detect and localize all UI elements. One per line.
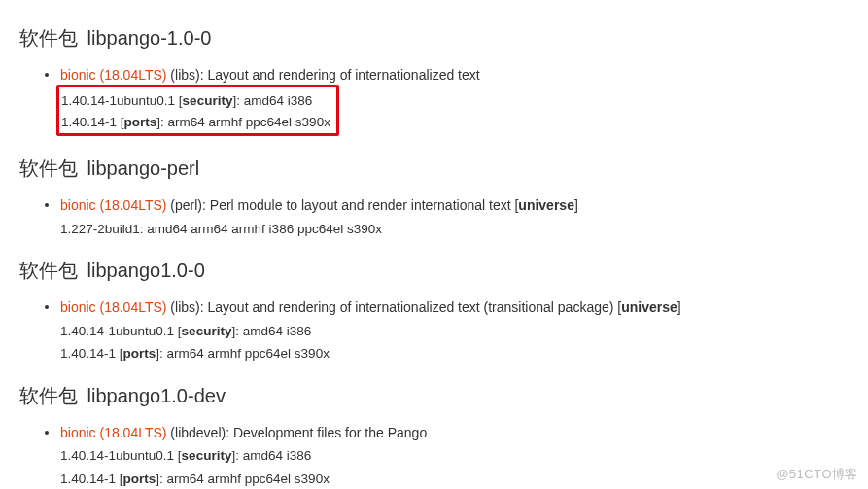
section-label: (libdevel) xyxy=(170,425,226,440)
package-name: libpango-1.0-0 xyxy=(87,27,212,49)
release-line: bionic (18.04LTS) (libs): Layout and ren… xyxy=(60,65,849,87)
package-description: Layout and rendering of internationalize… xyxy=(207,299,613,315)
package-details-list: bionic (18.04LTS) (perl): Perl module to… xyxy=(19,195,849,240)
section-label: (perl) xyxy=(170,197,202,213)
package-details-list: bionic (18.04LTS) (libdevel): Developmen… xyxy=(19,423,849,489)
package-heading: 软件包 libpango1.0-dev xyxy=(19,383,849,409)
package-name: libpango1.0-dev xyxy=(87,385,226,406)
package-heading: 软件包 libpango-perl xyxy=(19,156,849,182)
release-line: bionic (18.04LTS) (perl): Perl module to… xyxy=(60,195,849,217)
version-line: 1.40.14-1ubuntu0.1 [security]: amd64 i38… xyxy=(60,322,849,343)
package-details-list: bionic (18.04LTS) (libs): Layout and ren… xyxy=(19,297,849,365)
version-line: 1.227-2build1: amd64 arm64 armhf i386 pp… xyxy=(60,220,849,241)
package-details-list: bionic (18.04LTS) (libs): Layout and ren… xyxy=(19,65,849,138)
highlighted-block: 1.40.14-1ubuntu0.1 [security]: amd64 i38… xyxy=(60,87,849,138)
package-heading: 软件包 libpango-1.0-0 xyxy=(19,25,849,52)
heading-prefix: 软件包 xyxy=(19,385,78,406)
package-description: Development files for the Pango xyxy=(233,425,427,440)
release-link[interactable]: bionic (18.04LTS) xyxy=(60,67,166,83)
release-link[interactable]: bionic (18.04LTS) xyxy=(60,299,166,315)
package-description: Perl module to layout and render interna… xyxy=(210,197,511,213)
highlight-box: 1.40.14-1ubuntu0.1 [security]: amd64 i38… xyxy=(56,85,339,136)
package-name: libpango1.0-0 xyxy=(87,260,205,281)
package-name: libpango-perl xyxy=(87,157,200,179)
section-label: (libs) xyxy=(170,67,199,83)
release-link[interactable]: bionic (18.04LTS) xyxy=(60,197,166,213)
release-line: bionic (18.04LTS) (libs): Layout and ren… xyxy=(60,297,849,319)
version-line: 1.40.14-1ubuntu0.1 [security]: amd64 i38… xyxy=(60,446,849,468)
release-link[interactable]: bionic (18.04LTS) xyxy=(60,425,166,440)
heading-prefix: 软件包 xyxy=(19,260,78,281)
heading-prefix: 软件包 xyxy=(19,27,78,49)
version-line: 1.40.14-1 [ports]: arm64 armhf ppc64el s… xyxy=(61,113,330,132)
version-line: 1.40.14-1ubuntu0.1 [security]: amd64 i38… xyxy=(61,91,330,111)
release-line: bionic (18.04LTS) (libdevel): Developmen… xyxy=(60,423,849,444)
package-heading: 软件包 libpango1.0-0 xyxy=(19,258,849,284)
package-description: Layout and rendering of internationalize… xyxy=(207,67,479,83)
section-label: (libs) xyxy=(170,299,199,315)
version-line: 1.40.14-1 [ports]: arm64 armhf ppc64el s… xyxy=(60,344,849,366)
heading-prefix: 软件包 xyxy=(19,157,78,179)
version-line: 1.40.14-1 [ports]: arm64 armhf ppc64el s… xyxy=(60,470,849,489)
watermark-text: @51CTO博客 xyxy=(776,466,858,483)
